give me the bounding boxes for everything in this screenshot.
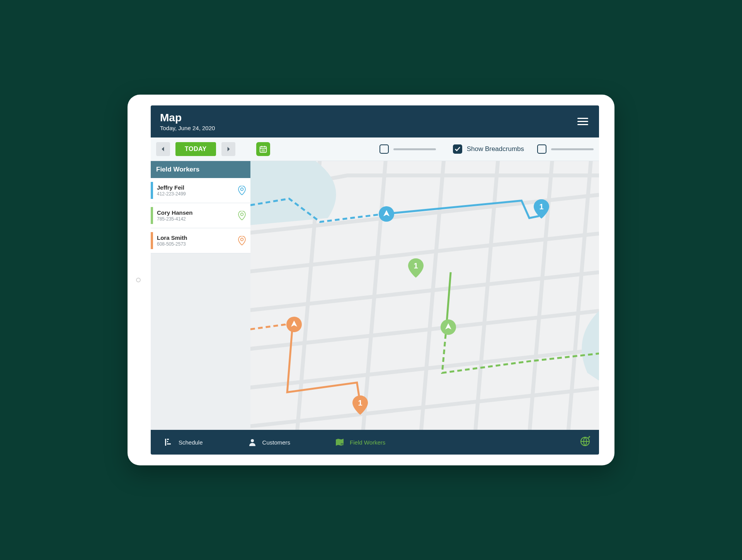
filter-1-checkbox[interactable] <box>380 144 389 154</box>
navigation-icon <box>286 316 303 333</box>
svg-text:1: 1 <box>414 261 418 270</box>
calendar-icon <box>259 145 267 153</box>
pin-icon <box>238 236 246 245</box>
pin-icon: 1 <box>534 199 549 219</box>
worker-cursor-orange[interactable] <box>286 316 303 334</box>
filter-3-checkbox[interactable] <box>537 144 546 154</box>
next-day-button[interactable] <box>221 142 235 156</box>
worker-name: Lora Smith <box>157 234 238 241</box>
svg-point-7 <box>241 213 243 216</box>
nav-schedule[interactable]: Schedule <box>157 434 210 450</box>
app-screen: Map Today, June 24, 2020 TODAY <box>151 105 599 455</box>
calendar-button[interactable] <box>256 142 270 156</box>
worker-cursor-blue[interactable] <box>378 205 395 224</box>
globe-icon <box>580 436 591 447</box>
svg-rect-17 <box>167 441 168 442</box>
pin-icon: 1 <box>352 395 368 415</box>
map-pin-blue-1[interactable]: 1 <box>534 199 549 220</box>
map-person-icon <box>335 438 344 447</box>
svg-point-21 <box>342 443 343 444</box>
filter-3-slider[interactable] <box>551 148 594 150</box>
content-area: Field Workers Jeffry Feil 412-223-2499 <box>151 161 599 430</box>
breadcrumbs-label: Show Breadcrumbs <box>467 145 524 153</box>
svg-rect-18 <box>167 443 171 445</box>
toolbar: TODAY <box>151 137 599 161</box>
worker-color-swatch <box>151 182 153 199</box>
svg-point-6 <box>241 188 243 191</box>
map-pin-green-1[interactable]: 1 <box>408 258 424 279</box>
person-icon <box>248 438 257 447</box>
check-icon <box>454 146 461 152</box>
worker-phone: 608-505-2573 <box>157 241 238 247</box>
filter-breadcrumbs: Show Breadcrumbs <box>453 144 524 154</box>
nav-label: Schedule <box>179 439 203 446</box>
nav-field-workers[interactable]: Field Workers <box>328 434 392 450</box>
chevron-left-icon <box>160 146 166 152</box>
page-title: Map <box>160 112 215 124</box>
nav-label: Customers <box>262 439 291 446</box>
worker-phone: 785-235-4142 <box>157 216 238 222</box>
svg-text:1: 1 <box>539 202 544 211</box>
svg-rect-0 <box>260 147 267 153</box>
filter-1 <box>380 144 436 154</box>
tablet-frame: Map Today, June 24, 2020 TODAY <box>128 95 614 465</box>
worker-color-swatch <box>151 207 153 224</box>
worker-item-1[interactable]: Cory Hansen 785-235-4142 <box>151 203 250 228</box>
pin-icon <box>238 211 246 220</box>
navigation-icon <box>378 205 395 222</box>
globe-button[interactable] <box>577 434 593 451</box>
pin-icon <box>238 186 246 195</box>
worker-name: Jeffry Feil <box>157 184 238 191</box>
worker-name: Cory Hansen <box>157 209 238 216</box>
worker-item-0[interactable]: Jeffry Feil 412-223-2499 <box>151 178 250 203</box>
schedule-icon <box>164 438 173 447</box>
breadcrumbs-checkbox[interactable] <box>453 144 462 154</box>
svg-point-19 <box>251 439 254 442</box>
worker-phone: 412-223-2499 <box>157 191 238 197</box>
worker-cursor-green[interactable] <box>440 319 457 337</box>
filter-3 <box>537 144 594 154</box>
nav-customers[interactable]: Customers <box>241 434 298 450</box>
svg-text:1: 1 <box>358 399 362 407</box>
map-pin-orange-1[interactable]: 1 <box>352 395 368 416</box>
chevron-right-icon <box>226 146 231 152</box>
worker-color-swatch <box>151 232 153 249</box>
app-header: Map Today, June 24, 2020 <box>151 105 599 137</box>
svg-rect-16 <box>167 439 169 440</box>
menu-icon[interactable] <box>576 116 590 127</box>
sidebar-title: Field Workers <box>151 161 250 178</box>
nav-label: Field Workers <box>350 439 385 446</box>
sidebar: Field Workers Jeffry Feil 412-223-2499 <box>151 161 250 430</box>
worker-item-2[interactable]: Lora Smith 608-505-2573 <box>151 228 250 253</box>
bottom-nav: Schedule Customers Field Workers <box>151 430 599 455</box>
prev-day-button[interactable] <box>156 142 170 156</box>
today-button[interactable]: TODAY <box>175 142 216 156</box>
pin-icon: 1 <box>408 258 424 278</box>
svg-point-8 <box>241 238 243 241</box>
map[interactable]: 1 1 <box>250 161 599 430</box>
tablet-home-button <box>136 278 141 282</box>
page-date: Today, June 24, 2020 <box>160 125 215 131</box>
navigation-icon <box>440 319 457 336</box>
filter-1-slider[interactable] <box>393 148 436 150</box>
